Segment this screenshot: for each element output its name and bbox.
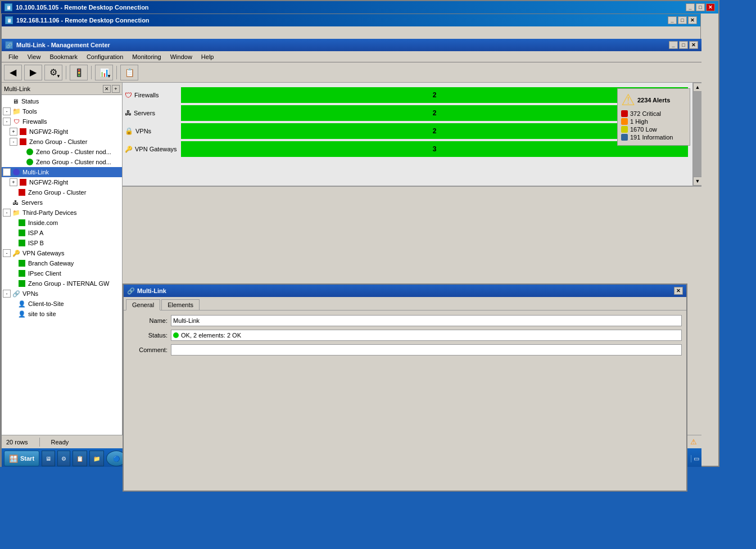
tree-item-zeno-node2[interactable]: Zeno Group - Cluster nod...	[2, 157, 122, 167]
tree-item-branch-gateway[interactable]: Branch Gateway	[2, 258, 122, 268]
panel-close-btn[interactable]: ✕	[103, 85, 111, 93]
tree-item-status[interactable]: 🖥 Status	[2, 96, 122, 106]
settings-btn[interactable]: ⚙▼	[44, 65, 62, 80]
tab-general[interactable]: General	[126, 299, 160, 310]
inner-rdp-title: 192.168.11.106 - Remote Desktop Connecti…	[16, 17, 150, 24]
tree-item-isp-a[interactable]: ISP A	[2, 228, 122, 238]
scroll-up-btn[interactable]: ▲	[693, 83, 701, 92]
outer-rdp-title: 10.100.105.105 - Remote Desktop Connecti…	[16, 4, 149, 11]
third-party-expand[interactable]: -	[3, 209, 11, 217]
panel-add-btn[interactable]: +	[112, 85, 120, 93]
ngfw2-expand[interactable]: +	[10, 128, 17, 136]
taskbar-app-4[interactable]: 📁	[89, 451, 104, 466]
tree-item-third-party[interactable]: - 📁 Third-Party Devices	[2, 208, 122, 218]
tree-item-firewalls[interactable]: - 🛡 Firewalls	[2, 116, 122, 127]
status-icon: 🖥	[11, 97, 20, 106]
status-scrollbar[interactable]: ▲ ▼	[692, 83, 701, 186]
ispb-icon	[17, 238, 26, 248]
servers-count: 2	[433, 109, 437, 117]
tree-item-ml-zeno[interactable]: Zeno Group - Cluster	[2, 187, 122, 197]
menu-window[interactable]: Window	[166, 52, 197, 61]
app-close-btn[interactable]: ✕	[689, 41, 698, 49]
status-btn[interactable]: 🚦	[70, 65, 88, 80]
zeno-cluster-expand[interactable]: -	[10, 138, 17, 146]
tree-item-inside-com[interactable]: Inside.com	[2, 218, 122, 228]
toolbar-sep2	[91, 66, 92, 79]
menu-view[interactable]: View	[23, 52, 46, 61]
tree-item-zeno-internal[interactable]: Zeno Group - INTERNAL GW	[2, 278, 122, 289]
tree-label-site-to-site: site to site	[28, 310, 56, 317]
tree-item-zeno-node1[interactable]: Zeno Group - Cluster nod...	[2, 147, 122, 157]
tree-item-vpns[interactable]: - 🔗 VPNs	[2, 289, 122, 299]
servers-bar: 2	[181, 105, 688, 121]
inner-restore-btn[interactable]: □	[678, 16, 687, 24]
tree-item-isp-b[interactable]: ISP B	[2, 238, 122, 248]
tree-item-vpn-gateways[interactable]: - 🔑 VPN Gateways	[2, 248, 122, 258]
ml-ngfw2-expand[interactable]: +	[10, 178, 17, 186]
tree-label-isp-b: ISP B	[28, 240, 44, 246]
tree-item-zeno-cluster[interactable]: - Zeno Group - Cluster	[2, 137, 122, 147]
tools-expand[interactable]: -	[3, 107, 11, 115]
dialog-close-btn[interactable]: ✕	[674, 287, 683, 295]
alert-high: 1 High	[621, 118, 686, 125]
graph-btn[interactable]: 📊▼	[95, 65, 113, 80]
taskbar-app-1[interactable]: 🖥	[42, 451, 55, 466]
servers-icon: 🖧	[11, 198, 20, 207]
app-restore-btn[interactable]: □	[679, 41, 688, 49]
name-value: Multi-Link	[171, 315, 682, 326]
start-button[interactable]: 🪟 Start	[4, 451, 39, 466]
outer-restore-btn[interactable]: □	[696, 3, 705, 11]
outer-minimize-btn[interactable]: _	[686, 3, 695, 11]
vpn-gw-bar-container[interactable]: 3	[181, 141, 688, 157]
inner-close-btn[interactable]: ✕	[688, 16, 697, 24]
node1-icon	[25, 147, 34, 156]
rows-count: 20 rows	[6, 439, 28, 446]
taskbar-app-3[interactable]: 📋	[73, 451, 87, 466]
branch-icon	[17, 259, 26, 268]
status-field: Status: OK, 2 elements: 2 OK	[128, 330, 682, 341]
tree-item-servers[interactable]: 🖧 Servers	[2, 197, 122, 208]
firewalls-icon: 🛡	[125, 91, 132, 100]
menu-bookmark[interactable]: Bookmark	[45, 52, 82, 61]
back-btn[interactable]: ◀	[4, 65, 22, 80]
menu-monitoring[interactable]: Monitoring	[128, 52, 165, 61]
menu-help[interactable]: Help	[197, 52, 219, 61]
scroll-down-btn[interactable]: ▼	[693, 177, 701, 186]
vpns-bar-container[interactable]: 2	[181, 123, 688, 139]
tree-item-ngfw2-right[interactable]: + NGFW2-Right	[2, 127, 122, 137]
menu-file[interactable]: File	[4, 52, 23, 61]
taskbar-show-desktop[interactable]: ▭	[691, 455, 699, 462]
firewalls-expand[interactable]: -	[3, 118, 11, 125]
vpn-gw-expand[interactable]: -	[3, 249, 11, 257]
tree-item-tools[interactable]: - 📁 Tools	[2, 106, 122, 116]
report-btn[interactable]: 📋	[120, 65, 138, 80]
tab-elements[interactable]: Elements	[161, 299, 200, 310]
forward-btn[interactable]: ▶	[24, 65, 42, 80]
right-panel: 🛡 Firewalls 2 �	[123, 83, 701, 455]
dialog-title: Multi-Link	[137, 287, 166, 294]
multilink-expand[interactable]: -	[3, 168, 11, 176]
outer-rdp-icon: 🖥	[4, 3, 12, 11]
app-minimize-btn[interactable]: _	[669, 41, 678, 49]
ngfw2-icon	[19, 127, 28, 136]
vpns-expand[interactable]: -	[3, 290, 11, 298]
tree-item-ml-ngfw2[interactable]: + NGFW2-Right	[2, 177, 122, 187]
tree-item-ipsec-client[interactable]: IPsec Client	[2, 268, 122, 278]
tree-label-firewalls: Firewalls	[22, 118, 47, 125]
tree-item-multilink[interactable]: - Multi-Link	[2, 167, 122, 177]
taskbar-app-2[interactable]: ⚙	[57, 451, 70, 466]
tree-item-client-to-site[interactable]: 👤 Client-to-Site	[2, 299, 122, 309]
servers-bar-container[interactable]: 2	[181, 105, 688, 121]
tree-label-vpns: VPNs	[22, 290, 38, 297]
vpn-gw-status-row: 🔑 VPN Gateways 3	[125, 141, 699, 157]
tree-label-third-party: Third-Party Devices	[22, 209, 77, 216]
inner-minimize-btn[interactable]: _	[668, 16, 677, 24]
vpns-text: VPNs	[135, 128, 151, 134]
tree-item-site-to-site[interactable]: 👤 site to site	[2, 309, 122, 319]
start-windows-icon: 🪟	[9, 454, 18, 463]
status-value-text: OK, 2 elements: 2 OK	[181, 332, 241, 339]
comment-input[interactable]	[171, 344, 682, 356]
firewalls-bar-container[interactable]: 2	[181, 87, 688, 103]
menu-configuration[interactable]: Configuration	[82, 52, 128, 61]
outer-close-btn[interactable]: ✕	[706, 3, 715, 11]
